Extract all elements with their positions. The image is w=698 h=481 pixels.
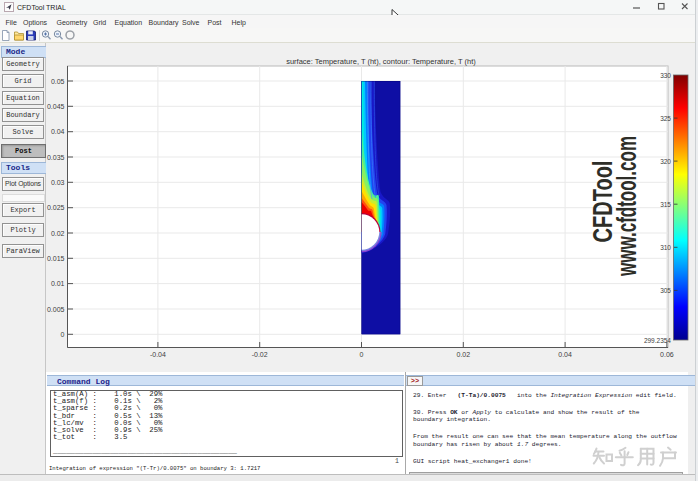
svg-text:0.045: 0.045 — [47, 103, 65, 110]
svg-text:0.02: 0.02 — [456, 351, 470, 358]
svg-text:0.04: 0.04 — [558, 351, 572, 358]
svg-text:320: 320 — [660, 158, 671, 165]
svg-text:-0.02: -0.02 — [252, 351, 268, 358]
svg-text:315: 315 — [660, 201, 671, 208]
svg-text:0.01: 0.01 — [51, 280, 65, 287]
svg-text:0.03: 0.03 — [51, 179, 65, 186]
svg-text:0.02: 0.02 — [51, 230, 65, 237]
svg-text:surface: Temperature, T (ht),: surface: Temperature, T (ht), contour: T… — [286, 57, 476, 66]
svg-text:0.05: 0.05 — [51, 78, 65, 85]
svg-text:310: 310 — [660, 244, 671, 251]
svg-text:-0.04: -0.04 — [150, 351, 166, 358]
svg-text:www.cfdtool.com: www.cfdtool.com — [611, 136, 642, 277]
svg-text:0.005: 0.005 — [47, 306, 65, 313]
svg-text:0.015: 0.015 — [47, 255, 65, 262]
svg-text:0: 0 — [360, 351, 364, 358]
svg-text:325: 325 — [660, 115, 671, 122]
svg-text:0.035: 0.035 — [47, 154, 65, 161]
svg-text:0: 0 — [61, 331, 65, 338]
svg-text:305: 305 — [660, 287, 671, 294]
svg-text:0.06: 0.06 — [660, 351, 674, 358]
svg-text:0.04: 0.04 — [51, 128, 65, 135]
svg-text:0.025: 0.025 — [47, 204, 65, 211]
svg-text:299.2354: 299.2354 — [644, 337, 671, 344]
svg-text:330: 330 — [660, 72, 671, 79]
